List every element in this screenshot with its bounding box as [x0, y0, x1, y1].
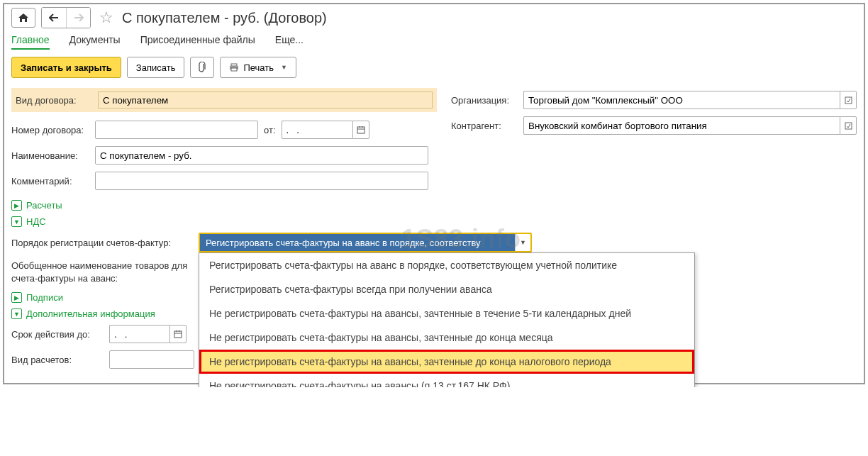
section-additional-label: Дополнительная информация: [26, 308, 155, 319]
nav-group: [41, 7, 91, 28]
home-button[interactable]: [11, 8, 35, 28]
print-label: Печать: [243, 62, 274, 73]
svg-rect-0: [231, 64, 237, 66]
organization-row: Организация:: [451, 91, 857, 109]
contract-number-field[interactable]: [95, 121, 258, 139]
date-from-label: от:: [264, 125, 276, 135]
attach-button[interactable]: [190, 57, 214, 78]
dropdown-option[interactable]: Регистрировать счета-фактуры всегда при …: [199, 277, 694, 301]
open-icon[interactable]: [840, 116, 857, 135]
comment-label: Комментарий:: [11, 176, 89, 187]
topbar: ☆ С покупателем - руб. (Договор): [11, 7, 857, 28]
comment-field[interactable]: [95, 172, 428, 190]
tab-attached-files[interactable]: Присоединенные файлы: [140, 34, 255, 50]
tab-main[interactable]: Главное: [11, 34, 50, 50]
calendar-icon[interactable]: [169, 325, 187, 343]
valid-until-group: [109, 325, 187, 343]
payment-type-field[interactable]: [109, 350, 194, 369]
chevron-down-icon: ▼: [281, 64, 287, 71]
svg-rect-2: [231, 68, 237, 71]
organization-group: [523, 91, 857, 109]
valid-until-field[interactable]: [109, 325, 169, 343]
section-vat[interactable]: ▼ НДС: [11, 216, 857, 227]
calendar-icon[interactable]: [352, 121, 369, 139]
counterparty-group: [523, 116, 857, 135]
save-and-close-button[interactable]: Записать и закрыть: [11, 57, 121, 78]
counterparty-label: Контрагент:: [451, 121, 518, 131]
open-icon[interactable]: [840, 91, 857, 109]
svg-rect-3: [357, 127, 365, 133]
valid-until-label: Срок действия до:: [11, 329, 104, 340]
favorite-star-icon[interactable]: ☆: [99, 9, 113, 27]
invoice-order-select: Регистрировать счета-фактуры на аванс в …: [199, 233, 532, 252]
forward-button[interactable]: [66, 8, 90, 28]
form-grid: Вид договора: Номер договора: от: Наимен…: [11, 88, 857, 197]
chevron-down-icon: ▼: [11, 216, 22, 227]
section-signatures-label: Подписи: [26, 292, 63, 303]
svg-rect-8: [845, 123, 852, 129]
dropdown-option[interactable]: Не регистрировать счета-фактуры на аванс…: [199, 301, 694, 326]
name-label: Наименование:: [11, 150, 89, 161]
section-vat-label: НДС: [26, 216, 46, 227]
invoice-order-field[interactable]: Регистрировать счета-фактуры на аванс в …: [199, 233, 532, 252]
date-from-group: [282, 121, 369, 139]
dropdown-option[interactable]: Не регистрировать счета-фактуры на аванс…: [199, 326, 694, 350]
dropdown-option-highlighted[interactable]: Не регистрировать счета-фактуры на аванс…: [199, 350, 694, 374]
goods-name-label: Обобщенное наименование товаров для счет…: [11, 260, 196, 285]
chevron-right-icon: ▶: [11, 292, 22, 303]
tab-more[interactable]: Еще...: [275, 34, 304, 50]
section-calculations-label: Расчеты: [26, 200, 62, 211]
name-row: Наименование:: [11, 146, 437, 165]
counterparty-field[interactable]: [523, 116, 840, 135]
contract-type-field[interactable]: [98, 91, 433, 109]
tab-bar: Главное Документы Присоединенные файлы Е…: [11, 34, 857, 50]
invoice-order-value: Регистрировать счета-фактуры на аванс в …: [200, 234, 515, 251]
svg-rect-9: [174, 331, 182, 338]
counterparty-row: Контрагент:: [451, 116, 857, 135]
organization-field[interactable]: [523, 91, 840, 109]
print-button[interactable]: Печать ▼: [220, 57, 296, 78]
page-title: С покупателем - руб. (Договор): [122, 10, 327, 26]
chevron-right-icon: ▶: [11, 200, 22, 211]
organization-label: Организация:: [451, 95, 518, 106]
invoice-order-dropdown: Регистрировать счета-фактуры на аванс в …: [199, 252, 695, 387]
invoice-order-row: Порядок регистрации счетов-фактур: Регис…: [11, 233, 857, 252]
dropdown-option[interactable]: Не регистрировать счета-фактуры на аванс…: [199, 374, 694, 387]
contract-number-row: Номер договора: от:: [11, 121, 437, 139]
right-column: Организация: Контрагент:: [451, 88, 857, 142]
contract-form-window: ☆ С покупателем - руб. (Договор) Главное…: [3, 3, 865, 384]
left-column: Вид договора: Номер договора: от: Наимен…: [11, 88, 437, 197]
name-field[interactable]: [95, 146, 428, 165]
payment-type-label: Вид расчетов:: [11, 355, 104, 365]
contract-number-label: Номер договора:: [11, 125, 89, 135]
dropdown-option[interactable]: Регистрировать счета-фактуры на аванс в …: [199, 253, 694, 277]
section-calculations[interactable]: ▶ Расчеты: [11, 200, 857, 211]
contract-type-label: Вид договора:: [16, 95, 94, 106]
date-from-field[interactable]: [282, 121, 352, 139]
comment-row: Комментарий:: [11, 172, 437, 190]
invoice-order-label: Порядок регистрации счетов-фактур:: [11, 238, 194, 248]
toolbar: Записать и закрыть Записать Печать ▼: [11, 57, 857, 78]
svg-rect-7: [845, 97, 852, 104]
chevron-down-icon: ▼: [11, 308, 22, 319]
contract-type-row: Вид договора:: [11, 88, 437, 112]
tab-documents[interactable]: Документы: [69, 34, 121, 50]
save-button[interactable]: Записать: [127, 57, 185, 78]
back-button[interactable]: [42, 8, 66, 28]
chevron-down-icon[interactable]: ▼: [515, 234, 530, 251]
